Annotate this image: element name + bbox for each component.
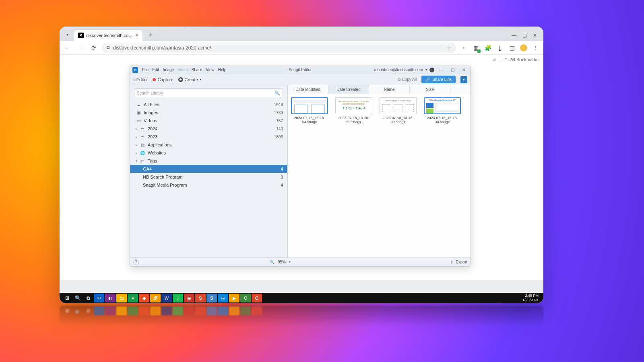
zoom-label[interactable]: 95%: [278, 260, 286, 264]
tree-all-files[interactable]: ☁ All Files 1946: [130, 101, 287, 109]
share-link-button[interactable]: 🔗 Share Link: [421, 76, 456, 83]
nav-reload-icon[interactable]: ⟳: [89, 45, 98, 51]
folder-icon: 🗀: [504, 57, 509, 62]
snagit-maximize-icon[interactable]: ▢: [448, 68, 457, 72]
taskbar-app-yellow[interactable]: ▶: [229, 294, 239, 302]
menu-video[interactable]: Video: [178, 68, 188, 72]
window-minimize-icon[interactable]: —: [509, 30, 519, 41]
task-view-icon[interactable]: ⧉: [83, 293, 93, 303]
snagit-minimize-icon[interactable]: —: [437, 68, 446, 72]
snagit-notify-icon[interactable]: !: [429, 68, 434, 72]
zoom-caret-icon[interactable]: ▾: [289, 260, 291, 264]
menu-view[interactable]: View: [206, 68, 215, 72]
snagit-titlebar: S File Edit Image Video Share View Help …: [130, 66, 471, 74]
window-maximize-icon[interactable]: ▢: [519, 30, 530, 41]
page-footer-band: [60, 280, 543, 293]
library-item[interactable]: Why Google Analytics 4? 2023-07-18_13-13…: [424, 97, 461, 124]
taskbar-app-spotify[interactable]: ♪: [173, 294, 183, 302]
tree-tag-snagit-media[interactable]: Snagit Media Program 4: [130, 181, 287, 189]
taskbar-app-camtasia2[interactable]: C: [252, 294, 262, 302]
taskbar-app-snagit2[interactable]: S: [206, 294, 217, 302]
thumbnail-icon: Harnessing the power of first-partydata …: [335, 97, 372, 114]
new-tab-button[interactable]: +: [146, 30, 156, 40]
caret-down-icon: ▾: [136, 159, 139, 163]
menu-share[interactable]: Share: [192, 68, 202, 72]
window-close-icon[interactable]: ✕: [530, 30, 540, 41]
tree-2023[interactable]: ▸ 🗀 2023 1806: [130, 133, 287, 141]
library-item[interactable]: Harnessing the power of first-partydata …: [335, 97, 372, 124]
taskbar-app-outlook[interactable]: ✉: [94, 294, 104, 302]
tree-images[interactable]: ▣ Images 1789: [130, 109, 287, 117]
nav-forward-icon[interactable]: →: [76, 45, 85, 51]
site-info-icon[interactable]: ⧉: [107, 45, 110, 50]
sort-extra[interactable]: [450, 85, 471, 94]
taskbar-app-chrome[interactable]: ◉: [184, 294, 194, 302]
tree-websites[interactable]: ▸ 🌐 Websites: [130, 149, 287, 157]
taskbar-clock[interactable]: 2:45 PM 1/25/2024: [520, 294, 541, 302]
taskbar-app-snagit1[interactable]: S: [195, 294, 206, 302]
editor-back-button[interactable]: ‹ Editor: [133, 77, 148, 82]
folder-icon: 🗀: [140, 127, 145, 131]
ext-dot-icon[interactable]: •: [460, 44, 468, 52]
omnibox[interactable]: ⧉ discover.techsmith.com/camtasia-2020-a…: [102, 43, 456, 53]
browser-tab[interactable]: ✕ discover.techsmith.com/camta… ×: [74, 30, 142, 41]
taskbar-app-green[interactable]: ●: [128, 294, 138, 302]
snagit-title: Snagit Editor: [226, 68, 374, 72]
thumbnail-grid: 2023-07-18_13-18-54.snagx Harnessing the…: [288, 94, 471, 257]
sort-name[interactable]: Name: [369, 85, 410, 94]
taskbar-app-firefox[interactable]: ◐: [105, 294, 116, 302]
thumbnail-icon: Why Google Analytics 4?: [424, 97, 461, 114]
taskbar-app-orange[interactable]: ◆: [139, 294, 149, 302]
bookmarks-overflow-icon[interactable]: »: [493, 57, 496, 62]
tree-videos[interactable]: ▭ Videos 157: [130, 117, 287, 125]
menu-help[interactable]: Help: [218, 68, 227, 72]
extension-note-icon[interactable]: ▦: [472, 44, 480, 52]
tab-search-caret[interactable]: ▾: [63, 30, 72, 39]
tree-2024[interactable]: ▸ 🗀 2024 140: [130, 125, 287, 133]
downloads-icon[interactable]: ⭳: [496, 44, 504, 52]
library-content: Date Modified Date Created Name Size: [288, 85, 471, 257]
taskbar-app-edge[interactable]: ◎: [218, 294, 228, 302]
library-item[interactable]: 2023-07-18_13-18-54.snagx: [291, 97, 328, 124]
create-caret-icon: ▾: [200, 78, 201, 81]
chrome-menu-icon[interactable]: ⋮: [531, 44, 539, 52]
chevron-left-icon: ‹: [133, 77, 135, 82]
taskbar-search-icon[interactable]: 🔍: [72, 293, 83, 303]
tree-tag-nb-search[interactable]: NB Search Program 3: [130, 173, 287, 181]
taskbar-app-notes[interactable]: 🗊: [150, 294, 161, 302]
search-input[interactable]: Search Library 🔍: [134, 88, 283, 97]
extensions-puzzle-icon[interactable]: 🧩: [484, 44, 492, 52]
nav-back-icon[interactable]: ←: [64, 45, 72, 51]
close-tab-icon[interactable]: ×: [136, 33, 138, 38]
all-bookmarks-button[interactable]: 🗀 All Bookmarks: [504, 57, 539, 62]
menu-image[interactable]: Image: [163, 68, 174, 72]
video-icon: ▭: [136, 119, 141, 123]
create-button[interactable]: Create ▾: [178, 77, 201, 82]
caret-right-icon: ▸: [136, 127, 139, 131]
copy-all-button[interactable]: ⧉ Copy All: [398, 77, 417, 82]
profile-avatar-icon[interactable]: [520, 44, 527, 51]
tree-applications[interactable]: ▸ ▤ Applications: [130, 141, 287, 149]
sort-size[interactable]: Size: [410, 85, 450, 94]
share-dropdown-button[interactable]: ▾: [460, 76, 467, 83]
export-button[interactable]: Export: [456, 260, 467, 264]
help-icon[interactable]: ?: [133, 259, 139, 265]
zoom-search-icon[interactable]: 🔍: [270, 260, 275, 264]
start-button[interactable]: ⊞: [62, 293, 72, 303]
tree-tag-ga4[interactable]: GA4 4: [130, 165, 287, 173]
menu-file[interactable]: File: [142, 68, 149, 72]
bookmark-star-icon[interactable]: ☆: [447, 45, 451, 51]
menu-edit[interactable]: Edit: [152, 68, 159, 72]
taskbar-app-explorer[interactable]: 🗀: [116, 294, 127, 302]
sidepanel-icon[interactable]: ◫: [508, 44, 516, 52]
taskbar-app-camtasia1[interactable]: C: [240, 294, 251, 302]
sort-date-modified[interactable]: Date Modified: [288, 85, 328, 94]
library-item[interactable]: Measuring for a future that is 2023-07-1…: [380, 97, 417, 124]
tree-tags[interactable]: ▾ 🏷 Tags: [130, 157, 287, 165]
capture-button[interactable]: Capture: [153, 77, 173, 82]
snagit-user-email[interactable]: a.boatman@techsmith.com: [374, 68, 423, 72]
sort-date-created[interactable]: Date Created: [328, 85, 369, 94]
snagit-close-icon[interactable]: ✕: [459, 68, 468, 72]
windows-taskbar: ⊞ 🔍 ⧉ ✉ ◐ 🗀 ● ◆ 🗊 W ♪ ◉ S S ◎ ▶ C C 2:45…: [60, 293, 543, 303]
taskbar-app-word[interactable]: W: [161, 294, 172, 302]
